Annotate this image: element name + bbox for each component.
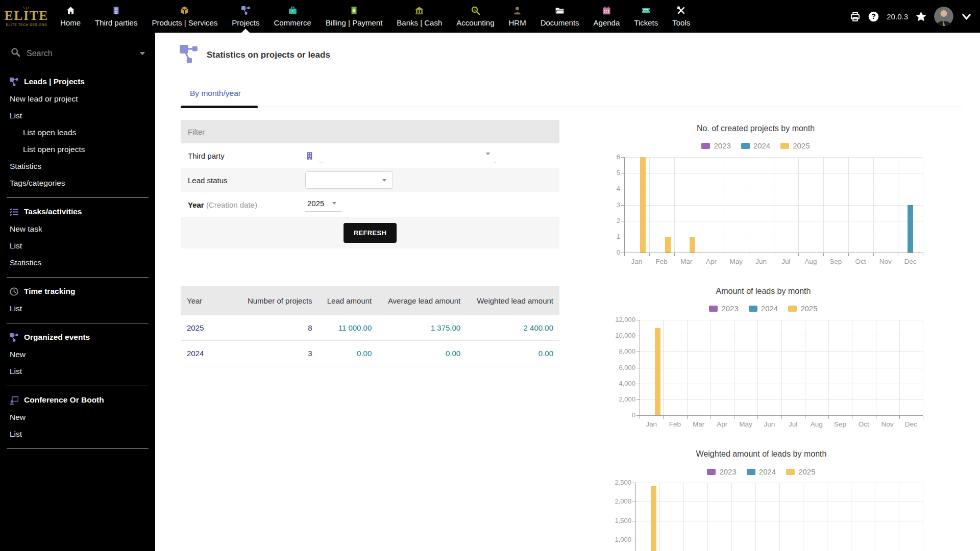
sidebar-item-list-open-projects[interactable]: List open projects — [7, 141, 149, 158]
svg-text:?: ? — [871, 12, 876, 20]
refresh-button[interactable]: REFRESH — [344, 223, 397, 243]
nav-item-home[interactable]: Home — [53, 0, 88, 33]
bookmark-star-icon[interactable] — [916, 11, 926, 22]
yearly-stats-table: YearNumber of projectsLead amountAverage… — [181, 286, 559, 366]
table-header-year: Year — [181, 286, 238, 315]
third-party-combobox[interactable] — [305, 148, 498, 163]
table-header-average-lead-amount: Average lead amount — [378, 286, 467, 315]
nav-item-projects[interactable]: Projects — [225, 0, 266, 33]
sitemap-icon — [241, 6, 250, 15]
sidebar-section-organized-events: Organized eventsNewList — [7, 323, 149, 386]
nav-item-label: Tools — [672, 18, 690, 27]
user-menu-chevron-icon[interactable] — [961, 11, 972, 22]
third-party-caret-icon — [486, 153, 490, 155]
sidebar-section-time-tracking: Time trackingList — [7, 278, 149, 323]
nav-item-label: Tickets — [634, 18, 658, 27]
main-menu: HomeThird partiesProducts | ServicesProj… — [53, 0, 697, 33]
year-link-text[interactable]: 2025 — [187, 323, 204, 332]
table-header-lead-amount: Lead amount — [318, 286, 378, 315]
sitemap-icon — [10, 78, 18, 86]
search-input[interactable] — [27, 49, 133, 58]
lead-status-label: Lead status — [188, 176, 305, 185]
sidebar-section-conference-or-booth: Conference Or BoothNewList — [7, 386, 149, 449]
navbar-right: ? 20.0.3 — [850, 0, 980, 33]
third-party-select[interactable] — [318, 148, 498, 163]
search-caret-icon[interactable] — [140, 52, 145, 55]
home-icon — [66, 6, 75, 15]
filter-header: Filter — [181, 120, 559, 143]
company-logo[interactable]: \|/ ELITE ELITE TECH DESIGNS — [0, 0, 53, 33]
nav-item-label: Third parties — [95, 18, 137, 27]
sidebar-section-title[interactable]: Organized events — [7, 327, 149, 346]
sidebar-item-tags-categories[interactable]: Tags/categories — [7, 174, 149, 191]
sidebar-section-label: Time tracking — [24, 287, 76, 296]
logo-subtext: ELITE TECH DESIGNS — [6, 23, 47, 27]
tab-by-month-year[interactable]: By month/year — [181, 83, 254, 106]
nav-item-tools[interactable]: Tools — [665, 0, 697, 33]
clock-icon — [10, 287, 18, 296]
sidebar-item-new-task[interactable]: New task — [7, 220, 149, 237]
year-link-text[interactable]: 2024 — [187, 349, 204, 358]
table-header-weighted-lead-amount: Weighted lead amount — [467, 286, 559, 315]
sidebar-section-title[interactable]: Tasks/activities — [7, 201, 149, 220]
sidebar-section-label: Organized events — [24, 333, 90, 342]
year-caret-icon — [332, 202, 336, 205]
lead-status-select[interactable] — [305, 171, 393, 189]
filter-row-third-party: Third party — [181, 143, 559, 168]
year-select-value: 2025 — [307, 199, 324, 208]
sidebar-section-leads-projects: Leads | ProjectsNew lead or projectListL… — [7, 68, 149, 198]
nav-item-documents[interactable]: Documents — [533, 0, 586, 33]
calendar-icon — [602, 6, 611, 15]
table-row: 202430.000.000.00 — [181, 341, 559, 366]
print-icon[interactable] — [850, 11, 861, 22]
sidebar-search — [0, 33, 155, 68]
sidebar-item-new[interactable]: New — [7, 346, 149, 363]
nav-item-products-services[interactable]: Products | Services — [144, 0, 225, 33]
nav-item-hrm[interactable]: HRM — [502, 0, 533, 33]
nav-item-accounting[interactable]: $Accounting — [449, 0, 501, 33]
sidebar-item-statistics[interactable]: Statistics — [7, 254, 149, 271]
help-icon[interactable]: ? — [868, 11, 879, 22]
sidebar-item-list-open-leads[interactable]: List open leads — [7, 124, 149, 141]
year-select[interactable]: 2025 — [305, 197, 341, 212]
sidebar-section-title[interactable]: Conference Or Booth — [7, 389, 149, 409]
cube-icon — [180, 6, 189, 15]
third-party-label: Third party — [188, 152, 305, 160]
projects-sitemap-icon — [180, 45, 198, 65]
page-header: Statistics on projects or leads — [180, 45, 330, 65]
sidebar-item-list[interactable]: List — [7, 425, 149, 442]
sidebar-item-new[interactable]: New — [7, 409, 149, 425]
sidebar-item-list[interactable]: List — [7, 363, 149, 380]
sidebar-section-title[interactable]: Time tracking — [7, 281, 149, 300]
top-navbar: \|/ ELITE ELITE TECH DESIGNS HomeThird p… — [0, 0, 980, 33]
sidebar-item-list[interactable]: List — [7, 300, 149, 317]
year-link[interactable]: 2025 — [181, 315, 238, 341]
nav-item-tickets[interactable]: Tickets — [627, 0, 665, 33]
nav-item-billing-payment[interactable]: Billing | Payment — [318, 0, 389, 33]
table-header-number-of-projects: Number of projects — [238, 286, 318, 315]
logo-text: ELITE — [5, 10, 48, 22]
sidebar-section-title[interactable]: Leads | Projects — [7, 71, 149, 90]
building-icon — [112, 6, 120, 15]
sidebar-item-statistics[interactable]: Statistics — [7, 158, 149, 174]
sidebar-item-list[interactable]: List — [7, 107, 149, 124]
sidebar-item-new-lead-or-project[interactable]: New lead or project — [7, 90, 149, 107]
app-window: \|/ ELITE ELITE TECH DESIGNS HomeThird p… — [0, 0, 980, 551]
lead-status-caret-icon — [382, 179, 386, 182]
user-avatar[interactable] — [934, 7, 953, 26]
sidebar-item-list[interactable]: List — [7, 237, 149, 254]
year-link[interactable]: 2024 — [181, 341, 238, 366]
nav-item-third-parties[interactable]: Third parties — [88, 0, 144, 33]
sitemap-icon — [10, 333, 18, 342]
bill-icon — [350, 6, 358, 15]
sidebar-menu: Leads | ProjectsNew lead or projectListL… — [0, 68, 155, 449]
nav-item-label: Products | Services — [152, 18, 217, 27]
table-row: 2025811 000.001 375.002 400.00 — [181, 315, 559, 341]
year-hint: (Creation date) — [206, 201, 257, 209]
nav-item-agenda[interactable]: Agenda — [586, 0, 627, 33]
amount-cell: 1 375.00 — [378, 315, 467, 341]
version-label: 20.0.3 — [887, 12, 908, 21]
filter-row-actions: REFRESH — [181, 217, 559, 248]
nav-item-commerce[interactable]: Commerce — [267, 0, 318, 33]
nav-item-banks-cash[interactable]: Banks | Cash — [389, 0, 449, 33]
